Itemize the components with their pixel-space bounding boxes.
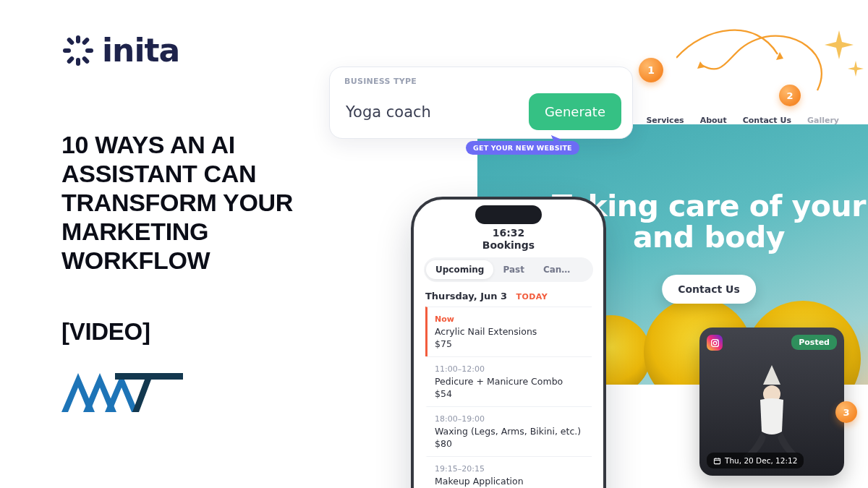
svg-rect-5 bbox=[81, 36, 90, 45]
booking-item[interactable]: 18:00–19:00 Waxing (Legs, Arms, Bikini, … bbox=[425, 406, 592, 456]
post-status-badge: Posted bbox=[791, 335, 837, 350]
calendar-icon bbox=[713, 457, 721, 465]
hero-line2: and body bbox=[633, 220, 785, 254]
booking-time: Now bbox=[435, 314, 590, 324]
booking-price: $80 bbox=[435, 438, 590, 449]
tab-past[interactable]: Past bbox=[493, 260, 533, 279]
cursor-icon bbox=[550, 134, 563, 150]
sparkle-icon bbox=[848, 61, 864, 80]
phone-date-row: Thursday, Jun 3 TODAY bbox=[425, 291, 548, 301]
booking-item[interactable]: 11:00–12:00 Pedicure + Manicure Combo $5… bbox=[425, 356, 592, 406]
inita-logo: inita bbox=[61, 32, 179, 69]
nav-contact[interactable]: Contact Us bbox=[743, 116, 791, 125]
generator-card: BUSINESS TYPE Yoga coach Generate bbox=[329, 67, 633, 139]
phone-screen-title: Bookings bbox=[414, 239, 603, 251]
booking-price: $54 bbox=[435, 388, 590, 399]
booking-item[interactable]: Now Acrylic Nail Extensions $75 bbox=[425, 307, 592, 356]
nav-about[interactable]: About bbox=[700, 116, 727, 125]
svg-rect-6 bbox=[66, 55, 75, 64]
nav-gallery[interactable]: Gallery bbox=[807, 116, 839, 125]
svg-rect-7 bbox=[81, 55, 90, 64]
post-datetime: Thu, 20 Dec, 12:12 bbox=[725, 456, 797, 465]
nav-links: Services About Contact Us Gallery bbox=[646, 116, 839, 125]
step-badge-3: 3 bbox=[835, 401, 857, 423]
post-datetime-chip: Thu, 20 Dec, 12:12 bbox=[707, 453, 804, 468]
svg-rect-0 bbox=[76, 35, 80, 43]
svg-rect-2 bbox=[63, 48, 71, 53]
booking-price: $75 bbox=[435, 338, 590, 349]
yoga-figure-image bbox=[728, 359, 815, 463]
instagram-post-card: Posted Thu, 20 Dec, 12:12 bbox=[699, 328, 844, 476]
tab-cancelled[interactable]: Can… bbox=[534, 260, 579, 279]
svg-point-15 bbox=[713, 341, 717, 345]
booking-time: 18:00–19:00 bbox=[435, 414, 590, 424]
svg-rect-18 bbox=[714, 458, 720, 463]
instagram-icon bbox=[707, 335, 723, 351]
booking-time: 19:15–20:15 bbox=[435, 464, 590, 474]
generator-label: BUSINESS TYPE bbox=[344, 77, 621, 86]
booking-service: Makeup Application bbox=[435, 476, 590, 487]
phone-tabs: Upcoming Past Can… bbox=[424, 257, 593, 282]
mwt-logo bbox=[61, 370, 183, 419]
phone-date: Thursday, Jun 3 bbox=[425, 291, 507, 301]
sparkle-icon bbox=[825, 30, 854, 62]
booking-service: Acrylic Nail Extensions bbox=[435, 326, 590, 337]
booking-item[interactable]: 19:15–20:15 Makeup Application bbox=[425, 456, 592, 488]
phone-today-badge: TODAY bbox=[516, 292, 548, 301]
hero-contact-button[interactable]: Contact Us bbox=[662, 275, 756, 304]
business-type-input[interactable]: Yoga coach bbox=[344, 103, 431, 121]
phone-notch bbox=[475, 205, 542, 224]
step-badge-1: 1 bbox=[639, 58, 663, 82]
svg-rect-1 bbox=[76, 58, 80, 66]
booking-service: Waxing (Legs, Arms, Bikini, etc.) bbox=[435, 426, 590, 437]
svg-rect-4 bbox=[66, 36, 75, 45]
page-title: 10 WAYS AN AI ASSISTANT CAN TRANSFORM YO… bbox=[61, 130, 351, 275]
video-tag: [VIDEO] bbox=[61, 318, 150, 346]
step-badge-2: 2 bbox=[779, 85, 801, 106]
inita-wordmark: inita bbox=[102, 32, 179, 69]
inita-spark-icon bbox=[61, 34, 95, 67]
phone-time: 16:32 bbox=[414, 227, 603, 239]
generate-button[interactable]: Generate bbox=[529, 93, 621, 130]
booking-service: Pedicure + Manicure Combo bbox=[435, 376, 590, 387]
phone-mockup: 16:32 Bookings Upcoming Past Can… Thursd… bbox=[411, 197, 606, 488]
tab-upcoming[interactable]: Upcoming bbox=[426, 260, 493, 279]
nav-services[interactable]: Services bbox=[646, 116, 684, 125]
svg-rect-3 bbox=[85, 48, 93, 53]
svg-point-16 bbox=[716, 340, 717, 341]
booking-time: 11:00–12:00 bbox=[435, 364, 590, 374]
bookings-list: Now Acrylic Nail Extensions $75 11:00–12… bbox=[425, 307, 592, 488]
